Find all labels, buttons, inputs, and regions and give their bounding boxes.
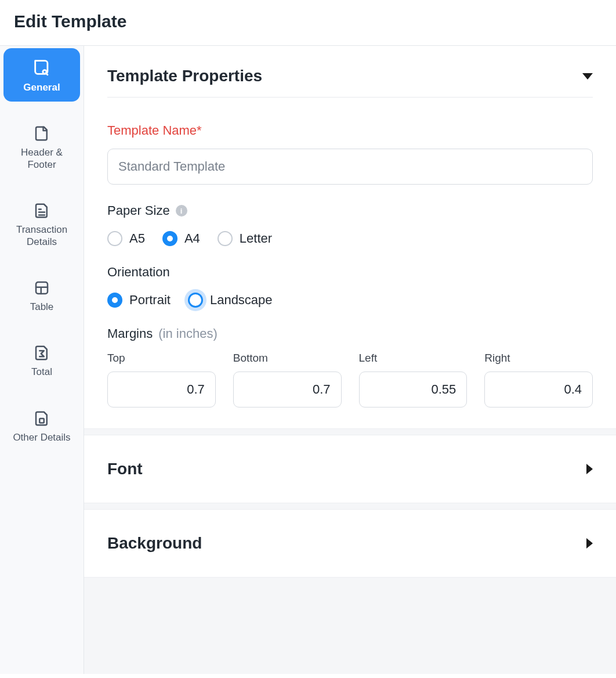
orientation-label: Orientation bbox=[107, 265, 593, 280]
radio-paper-letter[interactable]: Letter bbox=[218, 231, 272, 246]
margin-bottom-input[interactable] bbox=[233, 372, 342, 407]
sidebar-item-general[interactable]: General bbox=[3, 48, 80, 102]
radio-label: Portrait bbox=[129, 293, 171, 308]
info-icon[interactable]: i bbox=[176, 205, 187, 217]
header-footer-icon bbox=[33, 125, 50, 142]
paper-size-label-text: Paper Size bbox=[107, 203, 170, 218]
orientation-options: Portrait Landscape bbox=[107, 293, 593, 308]
paper-size-options: A5 A4 Letter bbox=[107, 231, 593, 246]
margin-left-col: Left bbox=[359, 352, 468, 407]
sidebar-item-table[interactable]: Table bbox=[3, 270, 80, 321]
panel-font: Font bbox=[84, 435, 616, 503]
chevron-right-icon bbox=[586, 464, 593, 474]
sidebar-item-label: Header & Footer bbox=[7, 147, 77, 171]
panel-header-font[interactable]: Font bbox=[84, 435, 616, 503]
section-title: Background bbox=[107, 534, 202, 553]
radio-dot bbox=[188, 293, 203, 308]
margin-right-label: Right bbox=[484, 352, 593, 365]
margin-right-input[interactable] bbox=[484, 372, 593, 407]
section-title: Template Properties bbox=[107, 67, 262, 85]
margins-label: Margins (in inches) bbox=[107, 326, 593, 341]
panel-header-template-properties[interactable]: Template Properties bbox=[84, 46, 616, 97]
margin-left-input[interactable] bbox=[359, 372, 468, 407]
field-template-name: Template Name* bbox=[107, 123, 593, 185]
sidebar-item-transaction-details[interactable]: Transaction Details bbox=[3, 193, 80, 256]
margin-top-input[interactable] bbox=[107, 372, 216, 407]
radio-orientation-portrait[interactable]: Portrait bbox=[107, 293, 171, 308]
margin-right-col: Right bbox=[484, 352, 593, 407]
sidebar-item-label: Total bbox=[31, 366, 52, 378]
sidebar-item-header-footer[interactable]: Header & Footer bbox=[3, 116, 80, 179]
sidebar-item-label: Transaction Details bbox=[7, 224, 77, 248]
sidebar-item-label: Table bbox=[30, 301, 54, 313]
radio-label: Landscape bbox=[210, 293, 273, 308]
template-name-label: Template Name* bbox=[107, 123, 593, 138]
radio-dot bbox=[162, 231, 177, 246]
margin-top-col: Top bbox=[107, 352, 216, 407]
margins-hint: (in inches) bbox=[158, 326, 217, 341]
radio-dot bbox=[107, 293, 122, 308]
radio-label: Letter bbox=[240, 231, 272, 246]
radio-label: A5 bbox=[129, 231, 145, 246]
margins-label-text: Margins bbox=[107, 326, 153, 341]
sidebar-item-other-details[interactable]: Other Details bbox=[3, 401, 80, 452]
total-icon bbox=[33, 344, 50, 362]
transaction-details-icon bbox=[33, 202, 50, 219]
margin-left-label: Left bbox=[359, 352, 468, 365]
template-name-input[interactable] bbox=[107, 149, 593, 185]
svg-rect-2 bbox=[39, 419, 44, 423]
field-paper-size: Paper Size i A5 A4 bbox=[107, 203, 593, 246]
radio-dot bbox=[107, 231, 122, 246]
radio-paper-a4[interactable]: A4 bbox=[162, 231, 200, 246]
table-icon bbox=[33, 279, 50, 297]
paper-size-label: Paper Size i bbox=[107, 203, 593, 218]
field-orientation: Orientation Portrait Landscape bbox=[107, 265, 593, 308]
panel-header-background[interactable]: Background bbox=[84, 510, 616, 577]
content-area: Template Properties Template Name* Paper… bbox=[84, 46, 616, 674]
radio-paper-a5[interactable]: A5 bbox=[107, 231, 145, 246]
sidebar-item-label: Other Details bbox=[13, 432, 70, 443]
margins-grid: Top Bottom Left Right bbox=[107, 352, 593, 407]
section-title: Font bbox=[107, 460, 143, 478]
radio-label: A4 bbox=[184, 231, 200, 246]
radio-dot bbox=[218, 231, 233, 246]
margin-bottom-col: Bottom bbox=[233, 352, 342, 407]
field-margins: Margins (in inches) Top Bottom bbox=[107, 326, 593, 407]
other-details-icon bbox=[33, 410, 50, 427]
margin-top-label: Top bbox=[107, 352, 216, 365]
general-icon bbox=[32, 57, 52, 77]
panel-body: Template Name* Paper Size i A5 bbox=[84, 98, 616, 428]
chevron-right-icon bbox=[586, 538, 593, 549]
sidebar: General Header & Footer Transaction Deta… bbox=[0, 46, 84, 674]
radio-orientation-landscape[interactable]: Landscape bbox=[188, 293, 273, 308]
margin-bottom-label: Bottom bbox=[233, 352, 342, 365]
panel-background: Background bbox=[84, 509, 616, 578]
chevron-down-icon bbox=[582, 73, 593, 80]
sidebar-item-total[interactable]: Total bbox=[3, 335, 80, 386]
sidebar-item-label: General bbox=[23, 82, 60, 93]
page-title: Edit Template bbox=[0, 0, 616, 45]
layout: General Header & Footer Transaction Deta… bbox=[0, 46, 616, 674]
panel-template-properties: Template Properties Template Name* Paper… bbox=[84, 46, 616, 429]
